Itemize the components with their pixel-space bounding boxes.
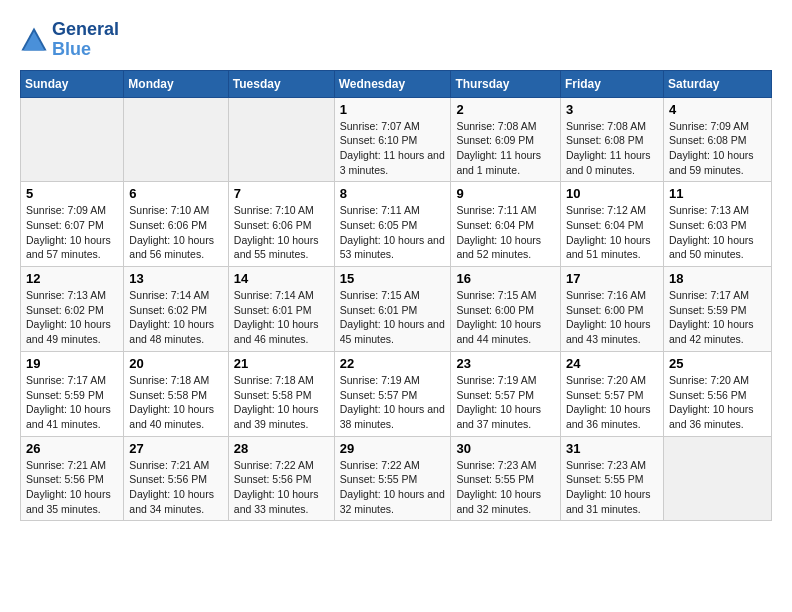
calendar-cell: 23Sunrise: 7:19 AMSunset: 5:57 PMDayligh… xyxy=(451,351,561,436)
sunrise-text: Sunrise: 7:11 AM xyxy=(340,204,420,216)
calendar-cell: 24Sunrise: 7:20 AMSunset: 5:57 PMDayligh… xyxy=(560,351,663,436)
calendar-cell: 4Sunrise: 7:09 AMSunset: 6:08 PMDaylight… xyxy=(663,97,771,182)
calendar-cell: 12Sunrise: 7:13 AMSunset: 6:02 PMDayligh… xyxy=(21,267,124,352)
calendar-cell: 10Sunrise: 7:12 AMSunset: 6:04 PMDayligh… xyxy=(560,182,663,267)
day-number: 11 xyxy=(669,186,766,201)
sunset-text: Sunset: 5:55 PM xyxy=(566,473,644,485)
day-info: Sunrise: 7:08 AMSunset: 6:09 PMDaylight:… xyxy=(456,119,555,178)
day-number: 30 xyxy=(456,441,555,456)
day-number: 27 xyxy=(129,441,222,456)
day-info: Sunrise: 7:18 AMSunset: 5:58 PMDaylight:… xyxy=(234,373,329,432)
day-info: Sunrise: 7:15 AMSunset: 6:01 PMDaylight:… xyxy=(340,288,446,347)
sunset-text: Sunset: 6:01 PM xyxy=(234,304,312,316)
sunrise-text: Sunrise: 7:23 AM xyxy=(566,459,646,471)
sunset-text: Sunset: 6:05 PM xyxy=(340,219,418,231)
sunset-text: Sunset: 5:56 PM xyxy=(234,473,312,485)
sunset-text: Sunset: 6:03 PM xyxy=(669,219,747,231)
daylight-text: Daylight: 10 hours and 53 minutes. xyxy=(340,234,445,261)
day-number: 17 xyxy=(566,271,658,286)
calendar-cell: 16Sunrise: 7:15 AMSunset: 6:00 PMDayligh… xyxy=(451,267,561,352)
day-info: Sunrise: 7:10 AMSunset: 6:06 PMDaylight:… xyxy=(234,203,329,262)
sunrise-text: Sunrise: 7:23 AM xyxy=(456,459,536,471)
daylight-text: Daylight: 10 hours and 43 minutes. xyxy=(566,318,651,345)
sunrise-text: Sunrise: 7:20 AM xyxy=(669,374,749,386)
calendar-cell: 29Sunrise: 7:22 AMSunset: 5:55 PMDayligh… xyxy=(334,436,451,521)
calendar-cell: 27Sunrise: 7:21 AMSunset: 5:56 PMDayligh… xyxy=(124,436,228,521)
daylight-text: Daylight: 10 hours and 44 minutes. xyxy=(456,318,541,345)
sunrise-text: Sunrise: 7:14 AM xyxy=(129,289,209,301)
sunrise-text: Sunrise: 7:18 AM xyxy=(129,374,209,386)
calendar-cell: 3Sunrise: 7:08 AMSunset: 6:08 PMDaylight… xyxy=(560,97,663,182)
day-info: Sunrise: 7:23 AMSunset: 5:55 PMDaylight:… xyxy=(456,458,555,517)
day-info: Sunrise: 7:16 AMSunset: 6:00 PMDaylight:… xyxy=(566,288,658,347)
sunrise-text: Sunrise: 7:14 AM xyxy=(234,289,314,301)
calendar-cell: 26Sunrise: 7:21 AMSunset: 5:56 PMDayligh… xyxy=(21,436,124,521)
day-info: Sunrise: 7:09 AMSunset: 6:08 PMDaylight:… xyxy=(669,119,766,178)
daylight-text: Daylight: 10 hours and 41 minutes. xyxy=(26,403,111,430)
day-info: Sunrise: 7:11 AMSunset: 6:05 PMDaylight:… xyxy=(340,203,446,262)
daylight-text: Daylight: 10 hours and 45 minutes. xyxy=(340,318,445,345)
daylight-text: Daylight: 10 hours and 46 minutes. xyxy=(234,318,319,345)
day-info: Sunrise: 7:14 AMSunset: 6:02 PMDaylight:… xyxy=(129,288,222,347)
sunset-text: Sunset: 5:57 PM xyxy=(566,389,644,401)
day-number: 28 xyxy=(234,441,329,456)
daylight-text: Daylight: 11 hours and 1 minute. xyxy=(456,149,541,176)
day-number: 10 xyxy=(566,186,658,201)
calendar-table: SundayMondayTuesdayWednesdayThursdayFrid… xyxy=(20,70,772,522)
day-number: 7 xyxy=(234,186,329,201)
daylight-text: Daylight: 11 hours and 3 minutes. xyxy=(340,149,445,176)
calendar-cell xyxy=(228,97,334,182)
daylight-text: Daylight: 10 hours and 57 minutes. xyxy=(26,234,111,261)
day-info: Sunrise: 7:15 AMSunset: 6:00 PMDaylight:… xyxy=(456,288,555,347)
sunset-text: Sunset: 6:06 PM xyxy=(234,219,312,231)
day-info: Sunrise: 7:22 AMSunset: 5:55 PMDaylight:… xyxy=(340,458,446,517)
sunrise-text: Sunrise: 7:13 AM xyxy=(669,204,749,216)
sunset-text: Sunset: 5:55 PM xyxy=(456,473,534,485)
day-number: 25 xyxy=(669,356,766,371)
day-number: 21 xyxy=(234,356,329,371)
day-info: Sunrise: 7:13 AMSunset: 6:03 PMDaylight:… xyxy=(669,203,766,262)
day-number: 14 xyxy=(234,271,329,286)
daylight-text: Daylight: 10 hours and 40 minutes. xyxy=(129,403,214,430)
calendar-cell: 28Sunrise: 7:22 AMSunset: 5:56 PMDayligh… xyxy=(228,436,334,521)
sunrise-text: Sunrise: 7:15 AM xyxy=(340,289,420,301)
daylight-text: Daylight: 10 hours and 59 minutes. xyxy=(669,149,754,176)
daylight-text: Daylight: 10 hours and 37 minutes. xyxy=(456,403,541,430)
day-number: 29 xyxy=(340,441,446,456)
day-number: 13 xyxy=(129,271,222,286)
day-number: 16 xyxy=(456,271,555,286)
day-info: Sunrise: 7:21 AMSunset: 5:56 PMDaylight:… xyxy=(26,458,118,517)
calendar-cell: 21Sunrise: 7:18 AMSunset: 5:58 PMDayligh… xyxy=(228,351,334,436)
day-info: Sunrise: 7:20 AMSunset: 5:57 PMDaylight:… xyxy=(566,373,658,432)
daylight-text: Daylight: 10 hours and 36 minutes. xyxy=(566,403,651,430)
day-number: 1 xyxy=(340,102,446,117)
sunrise-text: Sunrise: 7:07 AM xyxy=(340,120,420,132)
week-row-3: 12Sunrise: 7:13 AMSunset: 6:02 PMDayligh… xyxy=(21,267,772,352)
weekday-header-saturday: Saturday xyxy=(663,70,771,97)
weekday-header-sunday: Sunday xyxy=(21,70,124,97)
logo-line2: Blue xyxy=(52,40,119,60)
calendar-cell: 2Sunrise: 7:08 AMSunset: 6:09 PMDaylight… xyxy=(451,97,561,182)
calendar-cell: 22Sunrise: 7:19 AMSunset: 5:57 PMDayligh… xyxy=(334,351,451,436)
day-number: 18 xyxy=(669,271,766,286)
day-info: Sunrise: 7:17 AMSunset: 5:59 PMDaylight:… xyxy=(26,373,118,432)
daylight-text: Daylight: 10 hours and 32 minutes. xyxy=(340,488,445,515)
weekday-header-thursday: Thursday xyxy=(451,70,561,97)
calendar-cell: 17Sunrise: 7:16 AMSunset: 6:00 PMDayligh… xyxy=(560,267,663,352)
logo-line1: General xyxy=(52,20,119,40)
day-info: Sunrise: 7:13 AMSunset: 6:02 PMDaylight:… xyxy=(26,288,118,347)
daylight-text: Daylight: 10 hours and 50 minutes. xyxy=(669,234,754,261)
sunset-text: Sunset: 5:57 PM xyxy=(456,389,534,401)
day-number: 31 xyxy=(566,441,658,456)
daylight-text: Daylight: 10 hours and 32 minutes. xyxy=(456,488,541,515)
day-info: Sunrise: 7:09 AMSunset: 6:07 PMDaylight:… xyxy=(26,203,118,262)
calendar-cell: 8Sunrise: 7:11 AMSunset: 6:05 PMDaylight… xyxy=(334,182,451,267)
sunset-text: Sunset: 5:57 PM xyxy=(340,389,418,401)
daylight-text: Daylight: 10 hours and 33 minutes. xyxy=(234,488,319,515)
day-info: Sunrise: 7:17 AMSunset: 5:59 PMDaylight:… xyxy=(669,288,766,347)
sunrise-text: Sunrise: 7:17 AM xyxy=(26,374,106,386)
sunrise-text: Sunrise: 7:20 AM xyxy=(566,374,646,386)
calendar-cell: 14Sunrise: 7:14 AMSunset: 6:01 PMDayligh… xyxy=(228,267,334,352)
daylight-text: Daylight: 10 hours and 49 minutes. xyxy=(26,318,111,345)
day-info: Sunrise: 7:23 AMSunset: 5:55 PMDaylight:… xyxy=(566,458,658,517)
